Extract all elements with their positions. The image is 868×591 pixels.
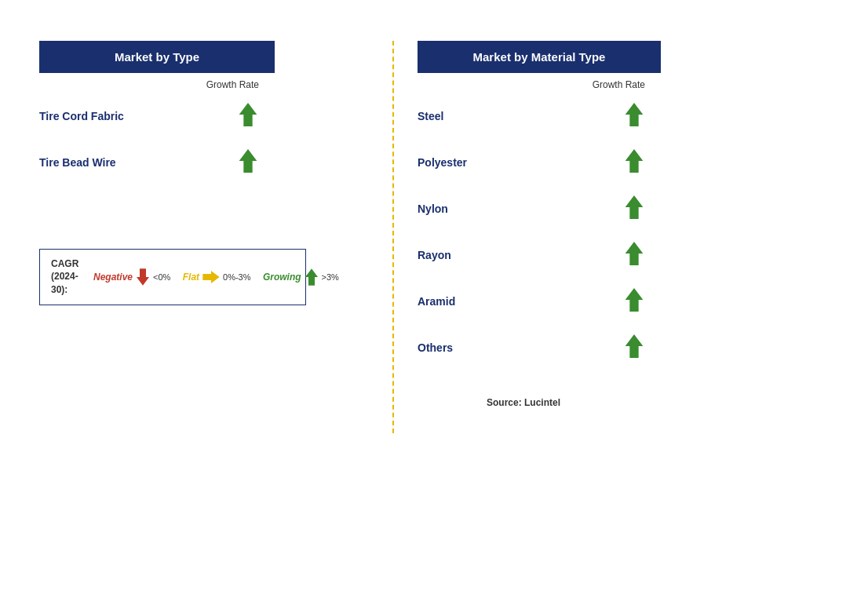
polyester-label: Polyester bbox=[418, 156, 467, 169]
list-item: Others bbox=[418, 325, 661, 371]
up-arrow-icon bbox=[623, 194, 645, 224]
steel-label: Steel bbox=[418, 110, 443, 122]
right-panel-title: Market by Material Type bbox=[473, 50, 606, 64]
legend-flat-label: Flat bbox=[183, 272, 199, 283]
up-arrow-icon bbox=[623, 286, 645, 316]
svg-marker-9 bbox=[625, 287, 644, 311]
legend-growing: Growing >3% bbox=[263, 268, 339, 286]
others-label: Others bbox=[418, 341, 453, 354]
right-section: Market by Material Type Growth Rate Stee… bbox=[402, 41, 684, 409]
svg-marker-5 bbox=[625, 102, 644, 126]
svg-marker-7 bbox=[625, 195, 644, 218]
legend-flat: Flat 0%-3% bbox=[183, 269, 251, 285]
legend-growing-pct: >3% bbox=[322, 272, 339, 282]
source-label: Source: Lucintel bbox=[487, 397, 592, 408]
legend-negative-pct: <0% bbox=[153, 272, 170, 282]
svg-marker-0 bbox=[239, 102, 257, 126]
legend-growing-label: Growing bbox=[263, 272, 301, 283]
down-arrow-red-icon bbox=[135, 268, 151, 286]
legend-title: CAGR (2024-30): bbox=[51, 257, 78, 297]
list-item: Steel bbox=[418, 93, 661, 140]
svg-marker-6 bbox=[625, 148, 644, 172]
nylon-label: Nylon bbox=[418, 202, 448, 215]
svg-marker-3 bbox=[202, 271, 219, 283]
list-item: Polyester bbox=[418, 140, 661, 186]
up-arrow-icon bbox=[623, 148, 645, 177]
svg-marker-4 bbox=[305, 268, 318, 285]
right-panel-header: Market by Material Type bbox=[418, 41, 661, 73]
left-panel-header: Market by Type bbox=[39, 41, 275, 73]
tire-bead-wire-label: Tire Bead Wire bbox=[39, 156, 116, 169]
up-arrow-icon bbox=[623, 240, 645, 270]
list-item: Tire Cord Fabric bbox=[39, 93, 275, 140]
up-arrow-icon bbox=[623, 101, 645, 131]
svg-marker-8 bbox=[625, 241, 644, 264]
legend-flat-pct: 0%-3% bbox=[223, 272, 250, 282]
left-panel-title: Market by Type bbox=[115, 50, 199, 64]
list-item: Tire Bead Wire bbox=[39, 140, 275, 186]
svg-marker-2 bbox=[137, 268, 149, 285]
up-arrow-icon bbox=[237, 101, 259, 131]
right-arrow-orange-icon bbox=[202, 269, 221, 285]
main-container: Market by Type Growth Rate Tire Cord Fab… bbox=[39, 41, 829, 551]
up-arrow-icon bbox=[237, 148, 259, 177]
list-item: Nylon bbox=[418, 186, 661, 232]
list-item: Rayon bbox=[418, 232, 661, 279]
legend-negative-label: Negative bbox=[93, 272, 133, 283]
left-section: Market by Type Growth Rate Tire Cord Fab… bbox=[39, 41, 385, 305]
legend-box: CAGR (2024-30): Negative <0% Flat bbox=[39, 249, 306, 305]
tire-cord-fabric-label: Tire Cord Fabric bbox=[39, 110, 124, 122]
vertical-divider bbox=[392, 41, 394, 433]
aramid-label: Aramid bbox=[418, 295, 455, 308]
right-growth-rate-label: Growth Rate bbox=[418, 79, 661, 90]
up-arrow-green-small-icon bbox=[304, 268, 319, 286]
svg-marker-10 bbox=[625, 334, 644, 357]
left-growth-rate-label: Growth Rate bbox=[39, 79, 275, 90]
legend-title-text: CAGR (2024-30): bbox=[51, 258, 78, 296]
up-arrow-icon bbox=[623, 333, 645, 363]
legend-negative: Negative <0% bbox=[93, 268, 170, 286]
source-container: Source: Lucintel bbox=[418, 395, 661, 409]
rayon-label: Rayon bbox=[418, 249, 451, 261]
svg-marker-1 bbox=[239, 148, 257, 172]
list-item: Aramid bbox=[418, 279, 661, 325]
